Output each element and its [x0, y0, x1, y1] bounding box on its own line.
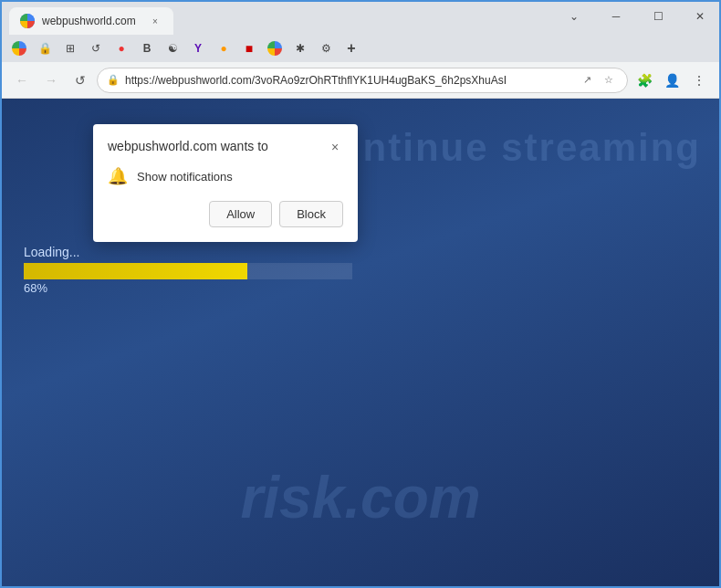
navigation-bar: ← → ↺ 🔒 https://webpushworld.com/3voRAo9… [2, 62, 719, 99]
popup-close-button[interactable]: × [327, 139, 343, 155]
google-icon[interactable] [9, 38, 29, 58]
allow-button[interactable]: Allow [209, 201, 272, 227]
grid-icon[interactable]: ⊞ [60, 38, 80, 58]
g-color-icon[interactable] [265, 38, 285, 58]
g-logo-color-icon [267, 41, 282, 56]
popup-header: webpushworld.com wants to × [108, 139, 343, 155]
address-action-icons: ↗ ☆ [578, 71, 618, 89]
tab-close-button[interactable]: × [148, 14, 162, 28]
lock-icon: 🔒 [107, 74, 120, 86]
add-tab-button[interactable]: + [341, 38, 361, 58]
browser-window: webpushworld.com × ⌄ ─ ☐ ✕ 🔒 ⊞ ↺ ● B [0, 0, 721, 588]
address-bar[interactable]: 🔒 https://webpushworld.com/3voRAo9zrOhRT… [97, 68, 628, 93]
progress-bar-container [24, 263, 352, 279]
minimize-icon: ─ [612, 10, 621, 23]
progress-percent: 68% [24, 281, 352, 295]
reload-button[interactable]: ↺ [68, 68, 93, 93]
extensions-icon[interactable]: 🧩 [632, 68, 657, 93]
g-logo-icon [20, 14, 35, 28]
gear-icon[interactable]: ⚙ [316, 38, 336, 58]
forward-button[interactable]: → [38, 68, 64, 93]
red-square-icon[interactable]: ■ [239, 38, 259, 58]
nav-right-actions: 🧩 👤 ⋮ [632, 68, 712, 93]
share-icon[interactable]: ↗ [578, 71, 596, 89]
orange-dot-icon[interactable]: ● [214, 38, 234, 58]
tab-title: webpushworld.com [42, 15, 141, 27]
profile-icon[interactable]: 👤 [659, 68, 684, 93]
active-tab[interactable]: webpushworld.com × [9, 7, 173, 35]
url-display: https://webpushworld.com/3voRAo9zrOhRTth… [125, 74, 572, 87]
circle-icon[interactable]: ● [111, 38, 131, 58]
menu-icon[interactable]: ⋮ [686, 68, 712, 93]
forward-icon: → [45, 73, 57, 88]
lock-icon[interactable]: 🔒 [35, 38, 55, 58]
close-button[interactable]: ✕ [679, 3, 721, 30]
maximize-icon: ☐ [653, 10, 664, 23]
bookmark-icon[interactable]: ☆ [600, 71, 618, 89]
page-content: ntinue streaming Loading... 68% risk.com… [2, 99, 719, 586]
chevron-button[interactable]: ⌄ [553, 3, 595, 30]
streaming-text: ntinue streaming [363, 126, 701, 170]
popup-notification-row: 🔔 Show notifications [108, 166, 343, 186]
block-button[interactable]: Block [279, 201, 343, 227]
window-controls: ⌄ ─ ☐ ✕ [553, 0, 721, 33]
yin-yang-icon[interactable]: ☯ [162, 38, 183, 58]
watermark-text: risk.com [240, 464, 480, 531]
b-icon[interactable]: B [137, 38, 157, 58]
yahoo-icon[interactable]: Y [188, 38, 208, 58]
loading-section: Loading... 68% [24, 245, 352, 295]
chevron-down-icon: ⌄ [569, 10, 579, 23]
tab-favicon [20, 14, 35, 28]
popup-notification-text: Show notifications [137, 170, 233, 184]
toolbar-icons-row: 🔒 ⊞ ↺ ● B ☯ Y ● ■ ✱ ⚙ + [2, 35, 719, 62]
loading-label: Loading... [24, 245, 352, 259]
bell-icon: 🔔 [108, 166, 128, 186]
close-icon: ✕ [695, 10, 705, 23]
back-button[interactable]: ← [9, 68, 35, 93]
reload-icon: ↺ [75, 73, 86, 88]
maximize-button[interactable]: ☐ [637, 3, 679, 30]
tab-bar: webpushworld.com × ⌄ ─ ☐ ✕ [2, 2, 719, 35]
progress-bar-fill [24, 263, 247, 279]
minimize-button[interactable]: ─ [595, 3, 637, 30]
back-icon: ← [16, 73, 28, 88]
refresh-icon[interactable]: ↺ [86, 38, 106, 58]
popup-action-buttons: Allow Block [108, 201, 343, 227]
notification-popup: webpushworld.com wants to × 🔔 Show notif… [93, 124, 358, 242]
puzzle-icon[interactable]: ✱ [290, 38, 310, 58]
popup-title: webpushworld.com wants to [108, 139, 268, 153]
g-logo-icon [12, 41, 26, 56]
